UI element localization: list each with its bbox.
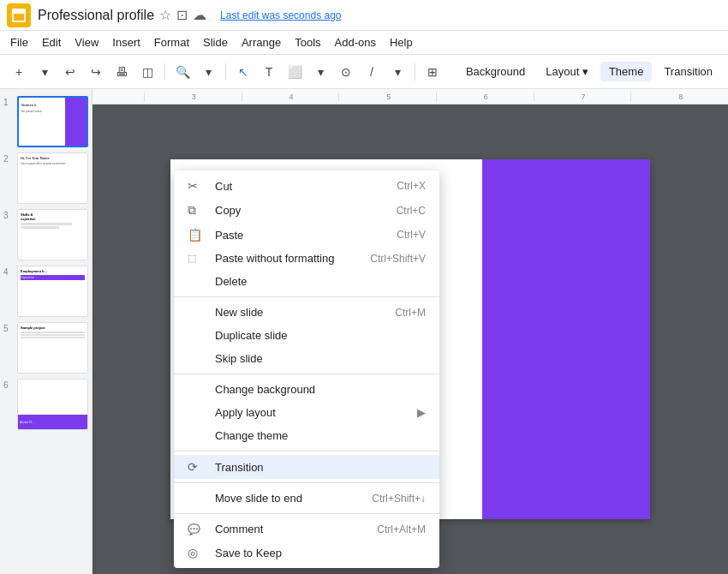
- toolbar-dropdown-btn[interactable]: ▾: [33, 60, 57, 84]
- toolbar-add-btn[interactable]: +: [7, 60, 31, 84]
- menu-addons[interactable]: Add-ons: [328, 34, 383, 51]
- ctx-new-slide-label: New slide: [215, 306, 263, 319]
- ctx-paste[interactable]: 📋 Paste Ctrl+V: [174, 223, 439, 247]
- menu-bar: File Edit View Insert Format Slide Arran…: [0, 31, 728, 55]
- slide-preview-3[interactable]: Skills &expertise: [17, 209, 88, 260]
- toolbar-redo-btn[interactable]: ↪: [84, 60, 108, 84]
- toolbar-sep-1: [164, 63, 165, 81]
- slide-preview-2[interactable]: Hi, I'm Your Name Lorem ipsum dolor sit …: [17, 152, 88, 204]
- toolbar-shape-dropdown[interactable]: ▾: [308, 60, 332, 84]
- toolbar-sep-3: [415, 63, 415, 81]
- ctx-delete-label: Delete: [215, 275, 248, 288]
- menu-help[interactable]: Help: [383, 34, 420, 51]
- slide-num-4: 4: [3, 266, 14, 277]
- menu-tools[interactable]: Tools: [288, 34, 327, 51]
- ruler-mark-6: 6: [436, 93, 534, 101]
- ctx-comment[interactable]: 💬 Comment Ctrl+Alt+M: [174, 517, 439, 541]
- slide-thumb-5[interactable]: 5 Sample project: [3, 322, 88, 374]
- app-icon: [7, 3, 31, 27]
- ruler-mark-8: 8: [630, 93, 728, 101]
- ctx-paste-no-format[interactable]: ⬚ Paste without formatting Ctrl+Shift+V: [174, 247, 439, 270]
- toolbar-print-btn[interactable]: 🖶: [110, 60, 134, 84]
- slide-preview-6[interactable]: Acme D...: [17, 379, 88, 430]
- ctx-apply-layout[interactable]: Apply layout ▶: [174, 401, 439, 424]
- toolbar-select-btn[interactable]: ↖: [231, 60, 255, 84]
- menu-file[interactable]: File: [3, 34, 35, 51]
- cloud-icon[interactable]: ☁: [193, 7, 206, 23]
- slide-thumb-2[interactable]: 2 Hi, I'm Your Name Lorem ipsum dolor si…: [3, 152, 88, 204]
- slide-thumb-6[interactable]: 6 Acme D...: [3, 379, 88, 430]
- last-edit-status: Last edit was seconds ago: [220, 9, 341, 21]
- main-area: 1 Vomien k the present mana 2 Hi, I'm Yo…: [0, 89, 728, 574]
- toolbar-background-btn[interactable]: Background: [457, 62, 534, 81]
- ctx-copy-shortcut: Ctrl+C: [397, 205, 426, 217]
- menu-arrange[interactable]: Arrange: [235, 34, 288, 51]
- ctx-paste-shortcut: Ctrl+V: [397, 229, 426, 241]
- context-menu: ✂ Cut Ctrl+X ⧉ Copy Ctrl+C 📋 Paste Ctrl+…: [174, 170, 439, 568]
- ctx-new-slide[interactable]: New slide Ctrl+M: [174, 301, 439, 324]
- slide-thumb-1[interactable]: 1 Vomien k the present mana: [3, 96, 88, 147]
- slide-thumb-3[interactable]: 3 Skills &expertise: [3, 209, 88, 260]
- menu-insert[interactable]: Insert: [105, 34, 147, 51]
- ctx-delete[interactable]: Delete: [174, 270, 439, 293]
- paste-icon: 📋: [188, 228, 205, 242]
- toolbar-paintformat-btn[interactable]: ◫: [135, 60, 159, 84]
- ctx-comment-shortcut: Ctrl+Alt+M: [377, 523, 426, 535]
- folder-icon[interactable]: ⊡: [176, 7, 188, 23]
- comment-icon: 💬: [188, 523, 205, 535]
- ctx-transition-label: Transition: [215, 461, 264, 474]
- ctx-paste-no-format-shortcut: Ctrl+Shift+V: [370, 253, 426, 265]
- ctx-duplicate-slide[interactable]: Duplicate slide: [174, 324, 439, 347]
- toolbar-line-dropdown[interactable]: ▾: [385, 60, 409, 84]
- toolbar-theme-btn[interactable]: Theme: [600, 62, 652, 81]
- ruler-mark-3: 3: [144, 93, 242, 101]
- star-icon[interactable]: ☆: [159, 7, 171, 23]
- slide-num-2: 2: [3, 152, 14, 164]
- paste-no-format-icon: ⬚: [188, 253, 205, 264]
- ctx-skip-slide-label: Skip slide: [215, 352, 263, 365]
- slide-purple-bar: [482, 159, 650, 519]
- ctx-save-keep[interactable]: ◎ Save to Keep: [174, 541, 439, 565]
- toolbar-text-btn[interactable]: T: [257, 60, 281, 84]
- slide-thumb-4[interactable]: 4 Employment h... Experience: [3, 266, 88, 317]
- ctx-skip-slide[interactable]: Skip slide: [174, 347, 439, 370]
- toolbar-shape-btn[interactable]: ⬜: [283, 60, 307, 84]
- slide-preview-1[interactable]: Vomien k the present mana: [17, 96, 88, 147]
- ctx-paste-label: Paste: [215, 229, 243, 242]
- ctx-save-keep-label: Save to Keep: [215, 547, 282, 559]
- ctx-paste-no-format-label: Paste without formatting: [215, 252, 334, 265]
- slide-num-3: 3: [3, 209, 14, 220]
- menu-format[interactable]: Format: [147, 34, 196, 51]
- toolbar-image-btn[interactable]: ⊙: [334, 60, 358, 84]
- ctx-cut-shortcut: Ctrl+X: [397, 180, 426, 192]
- ctx-copy-label: Copy: [215, 204, 241, 217]
- ctx-change-theme[interactable]: Change theme: [174, 424, 439, 447]
- toolbar-undo-btn[interactable]: ↩: [58, 60, 82, 84]
- menu-view[interactable]: View: [68, 34, 105, 51]
- toolbar-comment-btn[interactable]: ⊞: [421, 60, 445, 84]
- ctx-change-background-label: Change background: [215, 383, 315, 396]
- ctx-change-background[interactable]: Change background: [174, 378, 439, 401]
- toolbar-sep-2: [225, 63, 226, 81]
- cut-icon: ✂: [188, 179, 205, 193]
- toolbar-zoom-dropdown[interactable]: ▾: [196, 60, 220, 84]
- ctx-move-slide-end[interactable]: Move slide to end Ctrl+Shift+↓: [174, 487, 439, 510]
- toolbar-transition-btn[interactable]: Transition: [655, 62, 721, 81]
- ctx-change-theme-label: Change theme: [215, 429, 288, 442]
- ctx-copy[interactable]: ⧉ Copy Ctrl+C: [174, 198, 439, 223]
- title-icons: ☆ ⊡ ☁: [159, 7, 206, 23]
- ctx-transition[interactable]: ⟳ Transition: [174, 455, 439, 479]
- ctx-sep-3: [174, 451, 439, 451]
- toolbar-zoom-btn[interactable]: 🔍: [170, 60, 194, 84]
- ruler-top: 3 4 5 6 7 8: [92, 89, 728, 105]
- menu-edit[interactable]: Edit: [35, 34, 68, 51]
- slide-preview-5[interactable]: Sample project: [17, 322, 88, 374]
- slide-preview-4[interactable]: Employment h... Experience: [17, 266, 88, 317]
- document-title[interactable]: Professional profile: [38, 8, 154, 23]
- toolbar-layout-btn[interactable]: Layout ▾: [537, 62, 597, 81]
- slide-num-5: 5: [3, 322, 14, 333]
- toolbar-line-btn[interactable]: /: [360, 60, 384, 84]
- menu-slide[interactable]: Slide: [196, 34, 235, 51]
- ctx-cut-label: Cut: [215, 180, 232, 193]
- ctx-cut[interactable]: ✂ Cut Ctrl+X: [174, 174, 439, 198]
